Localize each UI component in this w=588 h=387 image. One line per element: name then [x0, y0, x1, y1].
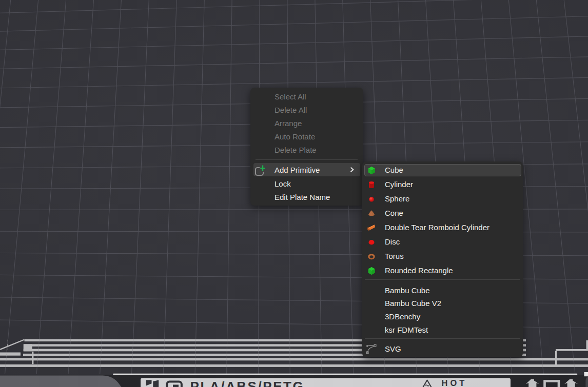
svg-text:PLA/ABS/PETG: PLA/ABS/PETG — [190, 379, 305, 387]
svg-text:HOT: HOT — [442, 378, 467, 387]
